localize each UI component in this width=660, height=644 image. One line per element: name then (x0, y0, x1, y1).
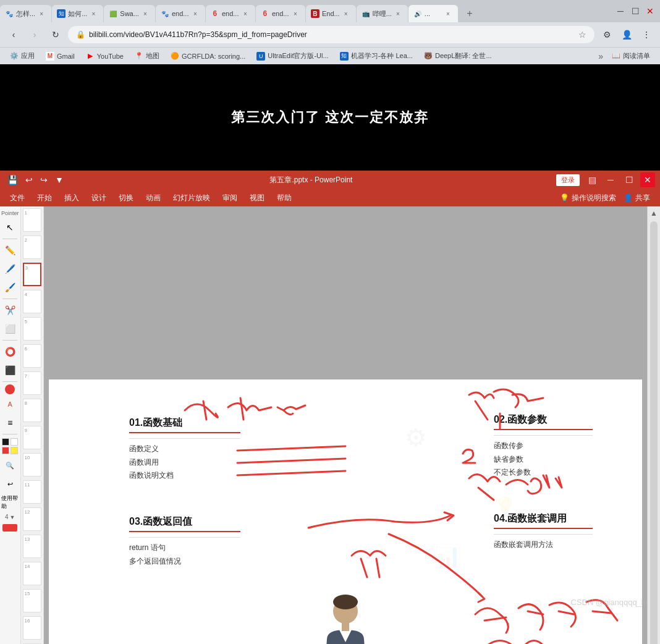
tab-7[interactable]: B End... × (306, 5, 356, 22)
tab-8-close[interactable]: × (393, 9, 403, 19)
bookmark-reading-list[interactable]: 📖 阅读清单 (607, 49, 655, 63)
bookmark-youtube[interactable]: ▶ YouTube (81, 49, 129, 63)
tab-8[interactable]: 📺 哔哩... × (357, 5, 408, 22)
slide-thumb-3[interactable]: 3 (23, 263, 41, 286)
tab-6[interactable]: 6 end... × (256, 5, 305, 22)
slide-thumb-10[interactable]: 10 (23, 453, 41, 477)
maximize-button[interactable]: ☐ (628, 4, 643, 19)
tab-6-close[interactable]: × (290, 9, 300, 19)
undo-icon[interactable]: ↩ (23, 175, 35, 185)
tab-5-close[interactable]: × (240, 9, 250, 19)
menu-review[interactable]: 审阅 (218, 192, 242, 205)
slide-thumb-9[interactable]: 9 (23, 426, 41, 449)
minimize-button[interactable]: ─ (613, 4, 628, 19)
slide-thumb-5[interactable]: 5 (23, 317, 41, 341)
scroll-up-button[interactable]: ▲ (650, 209, 658, 218)
tab-2-close[interactable]: × (88, 9, 98, 19)
slide-thumb-2[interactable]: 2 (23, 235, 41, 259)
ppt-register-button[interactable]: 登录 (556, 174, 580, 186)
slide-thumb-1[interactable]: 1 (23, 208, 41, 232)
tab-9-close[interactable]: × (443, 9, 453, 19)
tab-4[interactable]: 🐾 end... × (156, 5, 205, 22)
menu-home[interactable]: 开始 (32, 192, 57, 205)
menu-slideshow[interactable]: 幻灯片放映 (168, 192, 215, 205)
tab-4-title: end... (172, 10, 189, 17)
slide-thumb-16[interactable]: 16 (23, 616, 41, 640)
pen-tool[interactable]: ✏️ (1, 242, 19, 259)
menu-button[interactable]: ⋮ (638, 26, 655, 43)
white-swatch[interactable] (11, 438, 18, 446)
tab-3[interactable]: 🟩 Swa... × (104, 5, 155, 22)
close-button[interactable]: ✕ (643, 4, 658, 19)
ppt-search[interactable]: 💡 操作说明搜索 (560, 193, 616, 203)
back-button[interactable]: ‹ (5, 26, 22, 43)
slide-thumb-8[interactable]: 8 (23, 399, 41, 422)
red-swatch[interactable] (2, 447, 9, 454)
black-swatch[interactable] (2, 438, 9, 446)
slide-thumb-7[interactable]: 7 (23, 371, 41, 395)
yellow-swatch[interactable] (11, 447, 18, 454)
red-circle-icon[interactable] (5, 384, 15, 394)
profile-button[interactable]: 👤 (618, 26, 635, 43)
slide-thumb-15[interactable]: 15 (23, 589, 41, 612)
tab-1-close[interactable]: × (36, 9, 46, 19)
save-icon[interactable]: 💾 (5, 175, 20, 185)
menu-file[interactable]: 文件 (5, 192, 30, 205)
marker-tool[interactable]: 🖊️ (1, 260, 19, 278)
size-dropdown[interactable]: ▼ (10, 514, 15, 520)
ppt-maximize-button[interactable]: ☐ (622, 172, 637, 187)
square-tool[interactable]: ⬛ (1, 362, 19, 379)
slide-thumb-13[interactable]: 13 (23, 535, 41, 558)
tab-7-close[interactable]: × (341, 9, 351, 19)
menu-animations[interactable]: 动画 (141, 192, 166, 205)
menu-transitions[interactable]: 切换 (114, 192, 138, 205)
ppt-minimize-button[interactable]: ─ (603, 172, 618, 187)
tab-2[interactable]: 知 如何... × (52, 5, 103, 22)
bookmarks-more-button[interactable]: » (596, 51, 606, 61)
ppt-close-button[interactable]: ✕ (640, 172, 655, 187)
slide-thumb-4[interactable]: 4 (23, 290, 41, 313)
menu-insert[interactable]: 插入 (59, 192, 84, 205)
zoom-in-tool[interactable]: 🔍 (1, 457, 19, 474)
refresh-button[interactable]: ↻ (47, 26, 64, 43)
redo-icon[interactable]: ↪ (38, 175, 50, 185)
undo-anno-tool[interactable]: ↩ (1, 475, 19, 493)
menu-help[interactable]: 帮助 (272, 192, 297, 205)
bookmark-deepl[interactable]: 🐻 DeepL翻译: 全世... (419, 49, 497, 63)
tab-3-close[interactable]: × (140, 9, 150, 19)
slide-thumb-12[interactable]: 12 (23, 507, 41, 531)
bookmark-star-icon[interactable]: ☆ (578, 30, 586, 40)
ppt-ribbon-toggle[interactable]: ▤ (585, 172, 599, 187)
bookmark-ultraedit[interactable]: U UltraEdit官方版-Ul... (252, 49, 333, 63)
slide-thumb-6[interactable]: 6 (23, 344, 41, 368)
tab-9[interactable]: 🔊 ... × (408, 5, 458, 22)
tab-1[interactable]: 🐾 怎样... × (0, 5, 51, 22)
tab-4-close[interactable]: × (190, 9, 200, 19)
tab-5[interactable]: 6 end... × (206, 5, 255, 22)
menu-design[interactable]: 设计 (87, 192, 111, 205)
select-tool[interactable]: ⬜ (1, 320, 19, 337)
text-tool[interactable]: A (1, 396, 19, 413)
menu-view[interactable]: 视图 (245, 192, 269, 205)
slide-thumb-11[interactable]: 11 (23, 480, 41, 504)
extensions-button[interactable]: ⚙ (598, 26, 616, 43)
ppt-share-button[interactable]: 👤 共享 (619, 192, 655, 205)
bookmark-ml[interactable]: 知 机器学习-各种 Lea... (335, 49, 418, 63)
bookmark-gmail[interactable]: M Gmail (41, 49, 80, 63)
list-tool[interactable]: ≡ (1, 414, 19, 431)
circle-tool[interactable]: ⭕ (1, 343, 19, 360)
forward-button[interactable]: › (26, 26, 43, 43)
qa-dropdown-icon[interactable]: ▼ (53, 175, 66, 185)
pointer-tool[interactable]: ↖ (1, 219, 19, 236)
url-bar[interactable]: 🔒 bilibili.com/video/BV1vA411b7Rn?p=35&s… (68, 26, 594, 43)
brush-tool[interactable]: 🖌️ (1, 279, 19, 296)
slide-thumb-14[interactable]: 14 (23, 562, 41, 585)
bookmark-apps[interactable]: ⚙️ 应用 (5, 49, 40, 63)
new-tab-button[interactable]: + (461, 5, 478, 22)
help-tool[interactable]: 使用帮助 (1, 494, 19, 511)
eraser-tool[interactable]: ✂️ (1, 302, 19, 319)
slide-scrollbar[interactable] (650, 221, 658, 644)
bookmark-maps[interactable]: 📍 地图 (130, 49, 164, 63)
bookmark-gcrflda[interactable]: 🟠 GCRFLDA: scoring... (166, 49, 250, 63)
current-color[interactable] (2, 524, 17, 532)
